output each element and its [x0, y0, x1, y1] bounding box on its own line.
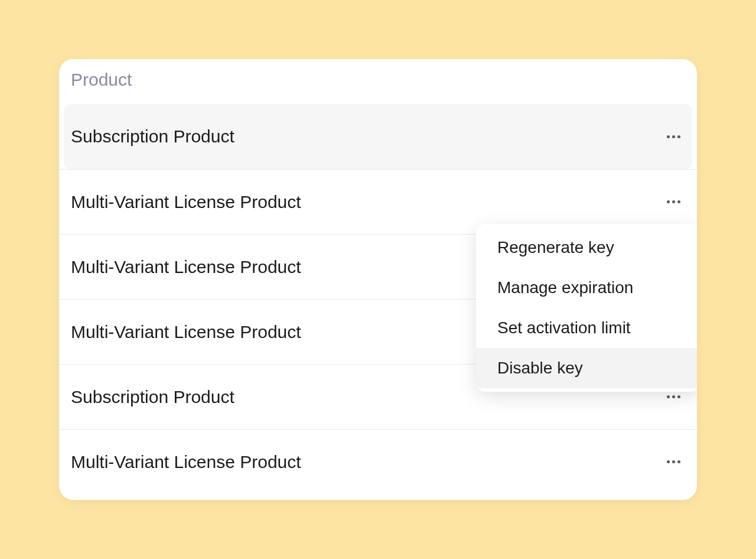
menu-item-manage-expiration[interactable]: Manage expiration	[476, 268, 697, 308]
menu-item-set-activation-limit[interactable]: Set activation limit	[476, 308, 697, 348]
menu-item-disable-key[interactable]: Disable key	[476, 348, 697, 388]
ellipsis-icon	[667, 460, 680, 463]
table-row[interactable]: Subscription Product	[64, 104, 692, 169]
product-name: Multi-Variant License Product	[71, 452, 301, 472]
product-name: Subscription Product	[71, 126, 234, 147]
ellipsis-icon	[667, 395, 680, 398]
table-header: Product	[59, 59, 697, 104]
more-actions-button[interactable]	[662, 450, 685, 474]
product-card: Product Subscription Product Multi-Varia…	[59, 59, 697, 500]
more-actions-button[interactable]	[662, 125, 685, 148]
more-actions-button[interactable]	[662, 190, 685, 214]
product-name: Multi-Variant License Product	[71, 192, 301, 212]
product-name: Subscription Product	[71, 387, 234, 407]
column-header-product: Product	[71, 70, 685, 90]
context-menu: Regenerate key Manage expiration Set act…	[476, 224, 697, 392]
ellipsis-icon	[667, 135, 680, 138]
product-name: Multi-Variant License Product	[71, 257, 301, 277]
table-row[interactable]: Multi-Variant License Product	[59, 429, 697, 494]
menu-item-regenerate-key[interactable]: Regenerate key	[476, 228, 697, 268]
ellipsis-icon	[667, 200, 680, 203]
product-name: Multi-Variant License Product	[71, 322, 301, 342]
